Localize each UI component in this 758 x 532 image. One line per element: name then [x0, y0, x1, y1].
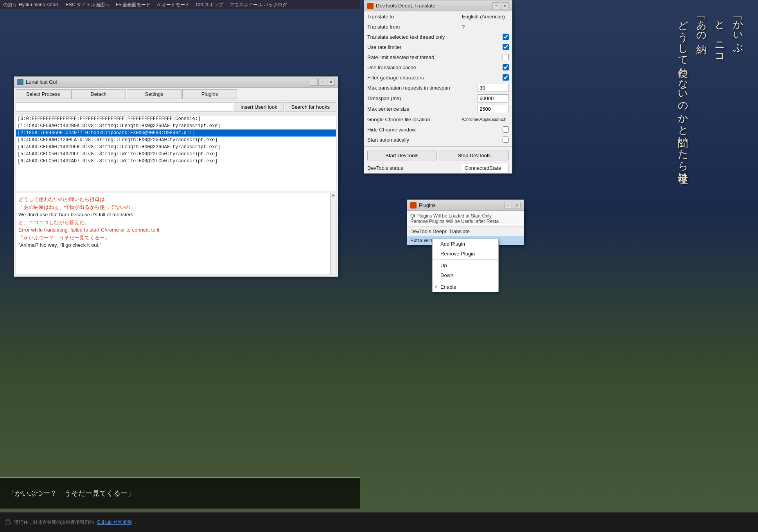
- devtools-icon: [367, 3, 374, 9]
- hide-chrome-row: Hide Chrome window: [364, 124, 512, 135]
- use-rate-limiter-label: Use rate limiter: [367, 44, 503, 50]
- plugins-button[interactable]: Plugins: [182, 89, 237, 99]
- translation-error: Error while translating: failed to start…: [18, 226, 327, 234]
- hide-chrome-checkbox[interactable]: [503, 126, 509, 133]
- vertical-text-2: 「あの納: [693, 12, 710, 179]
- hook-item-1[interactable]: [1:45A0:CE69A0:1432B9A:0:v8::String::Len…: [16, 122, 336, 129]
- devtools-window-controls[interactable]: ─ ✕: [492, 2, 509, 9]
- plugins-info-line2: Remove Plugins Will be Useful after Rest…: [410, 219, 521, 224]
- plugins-maximize-button[interactable]: □: [513, 202, 521, 209]
- settings-button[interactable]: Settings: [127, 89, 181, 99]
- github-link[interactable]: GitHub 社区准则: [97, 519, 132, 526]
- toolbar-item-title: の篇り-Hyaku mono katari-: [3, 2, 59, 8]
- hook-list[interactable]: [0:0:FFFFFFFFFFFFFFFF:FFFFFFFFFFFFFFFF:F…: [16, 115, 336, 191]
- context-up[interactable]: Up: [433, 261, 498, 270]
- hide-chrome-label: Hide Chrome window: [367, 127, 503, 133]
- context-add-plugin[interactable]: Add Plugin: [433, 239, 498, 249]
- timespan-row: Timespan (ms): [364, 93, 512, 104]
- devtools-minimize-button[interactable]: ─: [492, 2, 500, 9]
- chrome-location-row: Google Chrome file location \Chrome\Appl…: [364, 114, 512, 124]
- timespan-input[interactable]: [478, 94, 509, 102]
- lunahost-window-controls[interactable]: ─ □ ✕: [310, 79, 335, 86]
- filter-garbage-row: Filter garbage characters: [364, 72, 512, 83]
- max-sentence-label: Max sentence size: [367, 106, 478, 112]
- devtools-status-label: DevTools status: [367, 165, 462, 171]
- scroll-up-arrow[interactable]: [331, 194, 335, 196]
- translate-to-value: English (American): [462, 14, 509, 20]
- hook-item-5[interactable]: [5:45A0:CEFC50:1432DFF:0:v8::String::Wri…: [16, 151, 336, 158]
- devtools-title-left: DevTools DeepL Translate: [367, 3, 435, 9]
- search-hooks-button[interactable]: Search for hooks: [285, 102, 336, 111]
- insert-userhook-button[interactable]: Insert UserHook: [234, 102, 284, 111]
- lunahost-title-text: LunaHost Gui: [26, 79, 57, 85]
- hook-search-input[interactable]: [16, 102, 233, 111]
- rate-limit-row: Rate limit selected text thread: [364, 52, 512, 62]
- translate-to-row: Translate to English (American): [364, 11, 512, 22]
- translate-from-row: Translate from ?: [364, 22, 512, 32]
- rate-limit-checkbox[interactable]: [503, 54, 509, 60]
- plugins-info: Qt Plugins Will be Loaded at Start Only.…: [407, 211, 524, 227]
- use-cache-checkbox[interactable]: [503, 64, 509, 70]
- vertical-text-main: どうして使わないのかと聞いたら祖母は: [674, 12, 691, 179]
- devtools-divider: [364, 146, 512, 147]
- rate-limit-label: Rate limit selected text thread: [367, 54, 503, 60]
- hook-item-6[interactable]: [6:45A0:CEFC50:1432AD7:0:v8::String::Wri…: [16, 158, 336, 165]
- context-enable[interactable]: Enable: [433, 282, 498, 292]
- translation-scrollbar[interactable]: [330, 193, 336, 275]
- hook-item-3[interactable]: [3:45A0:CE69A0:1290FA:0:v8::String::Leng…: [16, 137, 336, 144]
- minimize-button[interactable]: ─: [310, 79, 318, 86]
- select-process-button[interactable]: Select Process: [16, 89, 70, 99]
- start-auto-row: Start automatically: [364, 135, 512, 145]
- info-icon: ⓘ: [5, 519, 11, 525]
- devtools-status-row: DevTools status ConnectedState: [364, 163, 512, 173]
- translate-selected-label: Translate selected text thread only: [367, 34, 503, 40]
- max-translation-row: Max translation requests in timespan: [364, 83, 512, 93]
- stop-devtools-button[interactable]: Stop DevTools: [440, 151, 509, 160]
- bottom-bar: ⓘ 请记住，对此存储库的贡献遵循我们的 GitHub 社区准则 。: [0, 512, 758, 532]
- filter-garbage-checkbox[interactable]: [503, 74, 509, 81]
- plugins-window-controls[interactable]: ─ □: [504, 202, 521, 209]
- use-rate-limiter-checkbox[interactable]: [503, 44, 509, 50]
- max-translation-input[interactable]: [478, 84, 509, 92]
- devtools-status-value: ConnectedState: [462, 164, 509, 172]
- detach-button[interactable]: Detach: [71, 89, 126, 99]
- plugins-title-left: Plugins: [410, 202, 436, 208]
- plugins-info-line1: Qt Plugins Will be Loaded at Start Only.: [410, 213, 521, 219]
- max-translation-label: Max translation requests in timespan: [367, 85, 478, 91]
- top-toolbar: の篇り-Hyaku mono katari- ESC:タイトル画面へ F5:全画…: [0, 0, 360, 9]
- translate-from-label: Translate from: [367, 24, 462, 30]
- close-button[interactable]: ✕: [327, 79, 335, 86]
- start-devtools-button[interactable]: Start DevTools: [367, 151, 436, 160]
- hook-item-0[interactable]: [0:0:FFFFFFFFFFFFFFFF:FFFFFFFFFFFFFFFF:F…: [16, 115, 336, 122]
- plugins-icon: [410, 202, 417, 208]
- toolbar-item-skip: Ctrl:スキップ: [196, 2, 223, 8]
- use-rate-limiter-row: Use rate limiter: [364, 42, 512, 52]
- hook-item-4[interactable]: [4:45A0:CE69A0:1432D6B:0:v8::String::Len…: [16, 144, 336, 151]
- lunahost-toolbar: Select Process Detach Settings Plugins: [14, 88, 338, 101]
- filter-garbage-label: Filter garbage characters: [367, 75, 503, 81]
- devtools-close-button[interactable]: ✕: [501, 2, 509, 9]
- lunahost-title-left: LunaHost Gui: [17, 79, 57, 85]
- context-down[interactable]: Down: [433, 270, 498, 280]
- start-auto-label: Start automatically: [367, 137, 503, 143]
- start-auto-checkbox[interactable]: [503, 137, 509, 143]
- translate-from-value: ?: [462, 24, 509, 30]
- bottom-bar-note: 请记住，对此存储库的贡献遵循我们的: [14, 519, 94, 526]
- translation-line3: と、ニコニコしながら答えた。: [18, 219, 327, 226]
- translation-line5-jp: 「かいぶつー？ うそだー見てくるー」: [18, 234, 327, 242]
- plugins-titlebar: Plugins ─ □: [407, 200, 524, 211]
- toolbar-item-scroll: マウスホイール:バックログ: [230, 2, 287, 8]
- plugins-minimize-button[interactable]: ─: [504, 202, 512, 209]
- maximize-button[interactable]: □: [318, 79, 326, 86]
- context-remove-plugin[interactable]: Remove Plugin: [433, 249, 498, 259]
- translation-line5-en: "Animal? No way, I'll go check it out.": [18, 241, 327, 249]
- lunahost-search-row: Insert UserHook Search for hooks: [14, 101, 338, 113]
- translation-line2-en: We don't use that barn because it's full…: [18, 211, 327, 219]
- bottom-bar-suffix: 。: [135, 519, 140, 526]
- context-divider: [433, 259, 498, 260]
- translate-selected-checkbox[interactable]: [503, 34, 509, 40]
- devtools-window: DevTools DeepL Translate ─ ✕ Translate t…: [364, 0, 512, 174]
- plugin-item-0[interactable]: DevTools DeepL Translate: [407, 227, 524, 236]
- hook-item-2[interactable]: [2:1858:76940690:C44077:0:hookClipboard:…: [16, 129, 336, 137]
- max-sentence-input[interactable]: [478, 105, 509, 113]
